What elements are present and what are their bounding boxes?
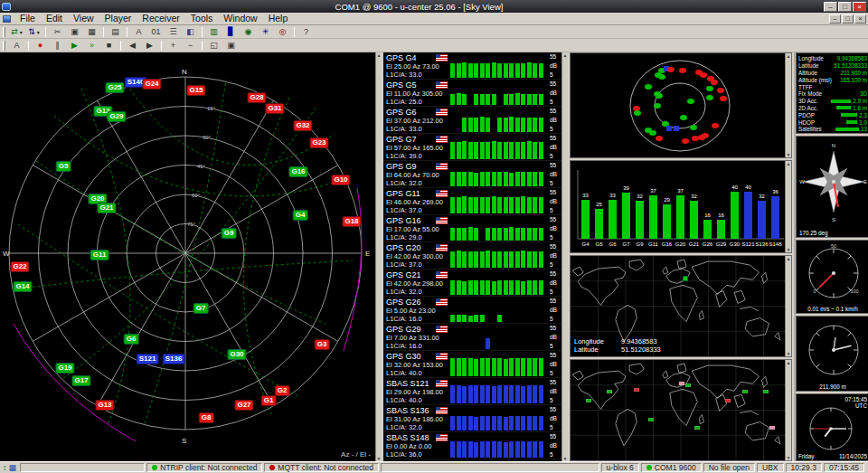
sat-row-GPS-G29[interactable]: GPS G29El 7.00 Az 331.00L1C/A: 16.055dB5 [383, 324, 561, 351]
sat-row-GPS-G9[interactable]: GPS G9El 64.00 Az 70.00L1C/A: 32.055dB5 [383, 161, 561, 188]
signal-bar [497, 315, 502, 322]
toolbar-grip[interactable] [3, 41, 5, 51]
connection-dropdown[interactable]: ⇄▾ [9, 26, 24, 38]
sat-row-SBAS-S136[interactable]: SBAS S136El 31.00 Az 186.00L1C/A: 32.055… [383, 405, 561, 432]
sky-view-button[interactable]: ✳ [258, 26, 273, 38]
zoom-out-button[interactable]: − [183, 40, 198, 52]
menu-file[interactable]: File [14, 13, 41, 24]
signal-bar [468, 142, 473, 159]
paste-button[interactable]: ▦ [84, 26, 99, 38]
dock-windows-button[interactable]: ◱ [206, 40, 222, 52]
sat-row-GPS-G7[interactable]: GPS G7El 57.00 Az 165.00L1C/A: 39.055dB5 [383, 134, 561, 161]
menu-receiver[interactable]: Receiver [137, 13, 184, 24]
sat-row-GPS-G20[interactable]: GPS G20El 42.00 Az 300.00L1C/A: 37.055dB… [383, 242, 561, 270]
text-log-button[interactable]: A [9, 40, 24, 52]
sky-scrollbar[interactable]: ▲▼ [375, 52, 382, 461]
minimize-button[interactable]: – [824, 2, 837, 12]
zoom-in-button[interactable]: + [165, 40, 181, 52]
map-view-button[interactable]: ◉ [241, 26, 256, 38]
mdi-child-icon[interactable] [3, 15, 11, 23]
binary-console-button[interactable]: 01 [148, 26, 164, 38]
level-value: 29 [664, 197, 670, 203]
sat-row-GPS-G21[interactable]: GPS G21El 42.00 Az 298.00L1C/A: 32.055dB… [383, 270, 561, 297]
baudrate-dropdown[interactable]: ⇅▾ [26, 26, 42, 38]
record-button[interactable]: ● [33, 40, 48, 52]
sat-row-GPS-G30[interactable]: GPS G30El 32.00 Az 153.00L1C/A: 40.055dB… [383, 351, 561, 378]
histogram-view-button[interactable]: ▊ [223, 26, 239, 38]
db-scale: 55dB5 [548, 270, 561, 296]
toolbar-separator [294, 27, 295, 37]
toolbar-grip[interactable] [3, 27, 5, 37]
copy-button[interactable]: ▣ [67, 26, 82, 38]
signal-bar [486, 228, 490, 241]
sat-signal: L1C/A: 39.0 [386, 152, 448, 160]
sat-row-GPS-G5[interactable]: GPS G5El 11.00 Az 305.00L1C/A: 25.055dB5 [383, 80, 561, 107]
step-forward-button[interactable]: ▶ [142, 40, 157, 52]
sat-row-SBAS-S121[interactable]: SBAS S121El 29.00 Az 198.00L1C/A: 40.055… [383, 378, 561, 405]
panel-scrollbar[interactable]: ▲▼ [785, 360, 791, 460]
db-scale: 55dB5 [548, 215, 561, 241]
info-label: Satellites [798, 126, 835, 132]
cut-button[interactable]: ✂ [50, 26, 65, 38]
us-flag-icon [436, 353, 448, 360]
text-console-button[interactable]: A [131, 26, 146, 38]
menu-edit[interactable]: Edit [41, 13, 68, 24]
menu-window[interactable]: Window [218, 13, 262, 24]
signal-bar [509, 280, 514, 295]
signal-bar [486, 358, 490, 376]
panel-scrollbar[interactable]: ▲▼ [785, 161, 791, 252]
list-scrollbar[interactable]: ▲▼ [561, 52, 568, 461]
mdi-close-button[interactable]: × [854, 14, 866, 24]
signal-bar [515, 280, 520, 295]
mqtt-status: MQTT client: Not connected [264, 463, 379, 472]
sat-row-text: GPS G30El 32.00 Az 153.00L1C/A: 40.0 [383, 351, 448, 377]
menu-tools[interactable]: Tools [185, 13, 219, 24]
maximize-button[interactable]: □ [838, 2, 852, 12]
menu-help[interactable]: Help [263, 13, 294, 24]
signal-bar [468, 441, 473, 458]
deviation-map-button[interactable]: ◎ [275, 26, 290, 38]
mdi-restore-button[interactable]: □ [842, 14, 854, 24]
close-button[interactable]: × [853, 2, 866, 12]
configuration-view-button[interactable]: ◧ [183, 26, 198, 38]
signal-bar [457, 280, 461, 295]
sat-row-GPS-G6[interactable]: GPS G6El 37.00 Az 212.00L1C/A: 33.055dB5 [383, 107, 561, 134]
panel-scrollbar[interactable]: ▲▼ [785, 53, 791, 157]
level-value: 16 [718, 213, 724, 218]
about-button[interactable]: ? [298, 26, 314, 38]
print-button[interactable]: ▤ [108, 26, 123, 38]
signal-bar [486, 338, 490, 349]
signal-bar [486, 441, 490, 458]
pause-button[interactable]: ∥ [50, 40, 65, 52]
play-button[interactable]: ▶ [67, 40, 82, 52]
info-value: 165.100 m [840, 77, 867, 83]
stop-button[interactable]: ■ [101, 40, 117, 52]
sat-row-GPS-G11[interactable]: GPS G11El 46.00 Az 269.00L1C/A: 37.055dB… [383, 188, 561, 215]
mdi-minimize-button[interactable]: – [829, 14, 841, 24]
sat-elaz: El 42.00 Az 298.00 [386, 279, 448, 288]
signal-bar [486, 118, 490, 132]
messages-view-button[interactable]: ☰ [165, 26, 181, 38]
sat-signal: L1C/A: 32.0 [386, 423, 448, 431]
sat-signal: L1C/A: 32.0 [386, 179, 448, 187]
sat-row-GPS-G26[interactable]: GPS G26El 5.00 Az 23.00L1C/A: 16.055dB5 [383, 297, 561, 324]
fast-forward-button[interactable]: » [84, 40, 99, 52]
new-view-button[interactable]: ▣ [223, 40, 239, 52]
signal-bar [468, 316, 473, 322]
sat-row-GPS-G4[interactable]: GPS G4El 25.00 Az 73.00L1C/A: 33.055dB5 [383, 52, 561, 80]
chart-view-button[interactable]: ▥ [206, 26, 222, 38]
info-label: Fix Mode [798, 90, 860, 97]
sat-row-text: GPS G20El 42.00 Az 300.00L1C/A: 37.0 [383, 242, 448, 269]
info-value: 211.900 m [841, 70, 867, 76]
station-marker-1 [586, 399, 591, 402]
step-back-button[interactable]: ◀ [125, 40, 140, 52]
sat-row-GPS-G16[interactable]: GPS G16El 17.00 Az 55.00L1C/A: 29.055dB5 [383, 215, 561, 242]
level-category: G9 [636, 241, 643, 247]
menu-view[interactable]: View [68, 13, 99, 24]
panel-scrollbar[interactable]: ▲▼ [785, 256, 791, 356]
mini-satellite-G30 [690, 125, 697, 130]
menu-player[interactable]: Player [99, 13, 137, 24]
signal-bar [539, 280, 543, 295]
info-value: 2.3 [859, 112, 867, 118]
sat-row-SBAS-S148[interactable]: SBAS S148El 0.00 Az 0.00L1C/A: 36.055dB5 [383, 432, 561, 459]
